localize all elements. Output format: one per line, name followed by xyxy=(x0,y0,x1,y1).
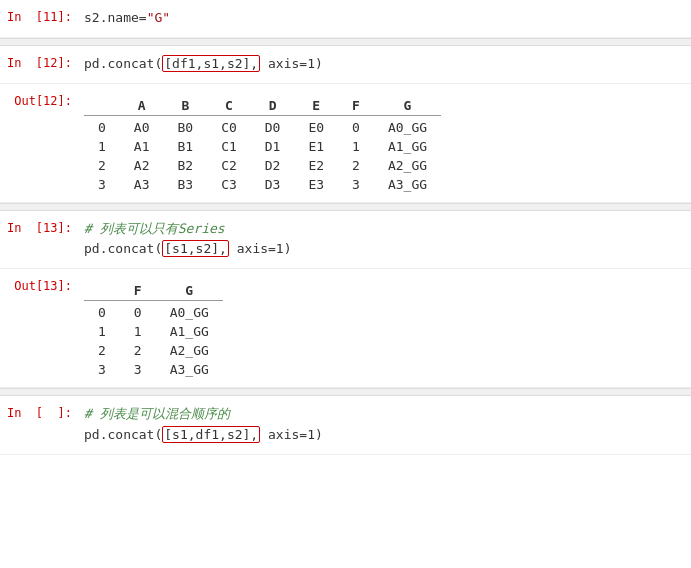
cell-F: 2 xyxy=(120,341,156,360)
cell-E: E0 xyxy=(294,115,338,137)
output-table-12: A B C D E F G 0 A0 B0 xyxy=(84,96,441,194)
notebook: In [11]: s2.name="G" In [12]: pd.concat(… xyxy=(0,0,691,568)
col-header-G: G xyxy=(374,96,441,116)
col-header-D: D xyxy=(251,96,295,116)
cell-13-out-content: F G 0 0 A0_GG 1 1 A1_GG xyxy=(80,275,691,381)
cell-13-out-prompt: Out[13]: xyxy=(0,275,80,381)
cell-F: 1 xyxy=(338,137,374,156)
cell-empty-prompt: In [ ]: xyxy=(0,402,80,448)
col-header-A: A xyxy=(120,96,164,116)
cell-A: A1 xyxy=(120,137,164,156)
cell-D: D2 xyxy=(251,156,295,175)
cell-idx: 1 xyxy=(84,322,120,341)
cell-13-prompt: In [13]: xyxy=(0,217,80,263)
code-line-12: pd.concat([df1,s1,s2], axis=1) xyxy=(84,54,687,75)
cell-13-output: Out[13]: F G 0 0 A0_GG xyxy=(0,269,691,388)
cell-F: 2 xyxy=(338,156,374,175)
cell-separator xyxy=(0,38,691,46)
table-row: 1 A1 B1 C1 D1 E1 1 A1_GG xyxy=(84,137,441,156)
cell-G: A3_GG xyxy=(374,175,441,194)
cell-idx: 3 xyxy=(84,360,120,379)
table-row: 0 0 A0_GG xyxy=(84,301,223,323)
col-header-C: C xyxy=(207,96,251,116)
cell-B: B1 xyxy=(163,137,207,156)
cell-idx: 2 xyxy=(84,156,120,175)
cell-idx: 1 xyxy=(84,137,120,156)
cell-D: D0 xyxy=(251,115,295,137)
cell-12-content: pd.concat([df1,s1,s2], axis=1) xyxy=(80,52,691,77)
cell-13-input: In [13]: # 列表可以只有Series pd.concat([s1,s2… xyxy=(0,211,691,270)
cell-idx: 3 xyxy=(84,175,120,194)
table-row: 2 2 A2_GG xyxy=(84,341,223,360)
col-header-B: B xyxy=(163,96,207,116)
code-line-empty: pd.concat([s1,df1,s2], axis=1) xyxy=(84,425,687,446)
cell-G: A3_GG xyxy=(156,360,223,379)
cell-E: E3 xyxy=(294,175,338,194)
cell-12-out-content: A B C D E F G 0 A0 B0 xyxy=(80,90,691,196)
table-13: F G 0 0 A0_GG 1 1 A1_GG xyxy=(84,281,687,379)
bracket-highlight: [df1,s1,s2], xyxy=(162,55,260,72)
cell-G: A0_GG xyxy=(156,301,223,323)
cell-A: A0 xyxy=(120,115,164,137)
output-table-13: F G 0 0 A0_GG 1 1 A1_GG xyxy=(84,281,223,379)
cell-F: 0 xyxy=(338,115,374,137)
cell-C: C2 xyxy=(207,156,251,175)
col-header-G: G xyxy=(156,281,223,301)
cell-A: A3 xyxy=(120,175,164,194)
bracket-highlight-empty: [s1,df1,s2], xyxy=(162,426,260,443)
col-header-E: E xyxy=(294,96,338,116)
cell-11-content: s2.name="G" xyxy=(80,6,691,31)
cell-12-input: In [12]: pd.concat([df1,s1,s2], axis=1) xyxy=(0,46,691,84)
cell-11-prompt: In [11]: xyxy=(0,6,80,31)
cell-E: E1 xyxy=(294,137,338,156)
cell-empty-content: # 列表是可以混合顺序的 pd.concat([s1,df1,s2], axis… xyxy=(80,402,691,448)
cell-11-input: In [11]: s2.name="G" xyxy=(0,0,691,38)
cell-B: B0 xyxy=(163,115,207,137)
cell-B: B3 xyxy=(163,175,207,194)
comment-line-13: # 列表可以只有Series xyxy=(84,219,687,240)
cell-F: 3 xyxy=(120,360,156,379)
cell-C: C3 xyxy=(207,175,251,194)
table-row: 3 A3 B3 C3 D3 E3 3 A3_GG xyxy=(84,175,441,194)
table-row: 1 1 A1_GG xyxy=(84,322,223,341)
cell-empty-input: In [ ]: # 列表是可以混合顺序的 pd.concat([s1,df1,s… xyxy=(0,396,691,455)
table-row: 0 A0 B0 C0 D0 E0 0 A0_GG xyxy=(84,115,441,137)
code-line: s2.name="G" xyxy=(84,8,687,29)
cell-separator-2 xyxy=(0,203,691,211)
cell-C: C1 xyxy=(207,137,251,156)
table-12: A B C D E F G 0 A0 B0 xyxy=(84,96,687,194)
cell-12-output: Out[12]: A B C D E F G xyxy=(0,84,691,203)
cell-idx: 2 xyxy=(84,341,120,360)
col-header-idx xyxy=(84,281,120,301)
cell-G: A0_GG xyxy=(374,115,441,137)
table-row: 3 3 A3_GG xyxy=(84,360,223,379)
cell-F: 0 xyxy=(120,301,156,323)
cell-idx: 0 xyxy=(84,301,120,323)
col-header-F: F xyxy=(338,96,374,116)
cell-D: D3 xyxy=(251,175,295,194)
cell-separator-3 xyxy=(0,388,691,396)
cell-G: A1_GG xyxy=(156,322,223,341)
bracket-highlight-13: [s1,s2], xyxy=(162,240,229,257)
cell-A: A2 xyxy=(120,156,164,175)
cell-13-content: # 列表可以只有Series pd.concat([s1,s2], axis=1… xyxy=(80,217,691,263)
cell-12-prompt: In [12]: xyxy=(0,52,80,77)
cell-D: D1 xyxy=(251,137,295,156)
cell-C: C0 xyxy=(207,115,251,137)
cell-E: E2 xyxy=(294,156,338,175)
col-header-idx xyxy=(84,96,120,116)
cell-idx: 0 xyxy=(84,115,120,137)
cell-F: 1 xyxy=(120,322,156,341)
cell-F: 3 xyxy=(338,175,374,194)
cell-12-out-prompt: Out[12]: xyxy=(0,90,80,196)
cell-G: A2_GG xyxy=(156,341,223,360)
comment-line-empty: # 列表是可以混合顺序的 xyxy=(84,404,687,425)
cell-G: A2_GG xyxy=(374,156,441,175)
code-line-13: pd.concat([s1,s2], axis=1) xyxy=(84,239,687,260)
table-row: 2 A2 B2 C2 D2 E2 2 A2_GG xyxy=(84,156,441,175)
col-header-F: F xyxy=(120,281,156,301)
string-value: "G" xyxy=(147,10,170,25)
cell-G: A1_GG xyxy=(374,137,441,156)
cell-B: B2 xyxy=(163,156,207,175)
